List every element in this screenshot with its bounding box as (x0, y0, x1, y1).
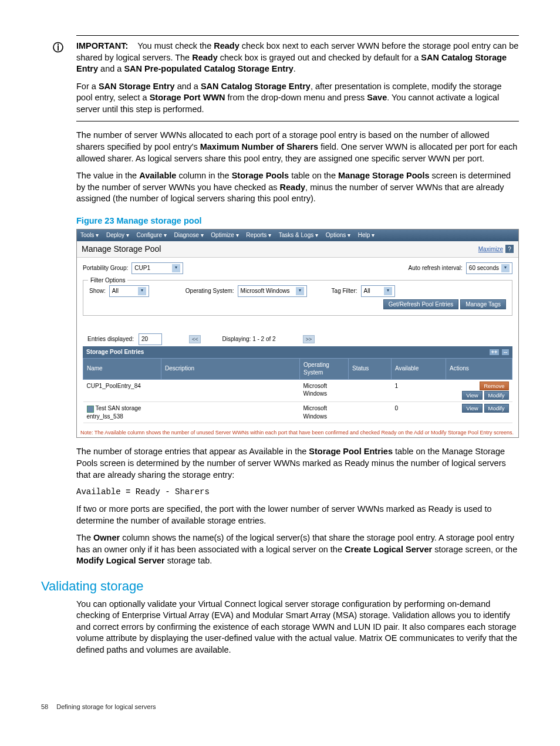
os-label: Operating System: (185, 287, 234, 295)
view-button[interactable]: View (462, 404, 482, 413)
page-title-row: Manage Storage Pool Maximize ? (77, 241, 518, 258)
body-para-7: The Owner column shows the name(s) of th… (76, 532, 519, 567)
storage-pool-entries-header: Storage Pool Entries ++ -- (83, 346, 512, 358)
os-select[interactable]: Microsoft Windows ▾ (238, 285, 307, 297)
modify-button[interactable]: Modify (484, 404, 509, 413)
get-refresh-button[interactable]: Get/Refresh Pool Entries (383, 299, 459, 309)
body-para-6: If two or more ports are specified, the … (76, 504, 519, 526)
remove-button[interactable]: Remove (480, 382, 508, 390)
show-label: Show: (89, 287, 106, 295)
chevron-down-icon: ▾ (138, 287, 146, 295)
menubar: Tools ▾ Deploy ▾ Configure ▾ Diagnose ▾ … (77, 229, 518, 241)
displaying-label: Displaying: 1 - 2 of 2 (222, 335, 275, 343)
important-label: IMPORTANT: (76, 41, 128, 50)
col-description[interactable]: Description (161, 358, 300, 379)
chevron-down-icon: ▾ (384, 287, 392, 295)
entry-icon (87, 406, 94, 413)
manage-tags-button[interactable]: Manage Tags (460, 299, 506, 309)
col-name[interactable]: Name (83, 358, 161, 379)
col-available[interactable]: Available (392, 358, 446, 379)
help-icon[interactable]: ? (505, 245, 514, 253)
expand-all-icon[interactable]: ++ (490, 349, 500, 355)
portability-group-select[interactable]: CUP1 ▾ (131, 262, 183, 274)
formula: Available = Ready - Sharers (76, 487, 519, 498)
page-prev-button[interactable]: << (189, 335, 201, 343)
section-para: You can optionally validate your Virtual… (76, 599, 519, 656)
menu-reports[interactable]: Reports ▾ (246, 232, 271, 238)
col-os[interactable]: Operating System (300, 358, 349, 379)
cell-status (349, 379, 392, 402)
view-button[interactable]: View (462, 391, 482, 400)
menu-deploy[interactable]: Deploy ▾ (106, 232, 129, 238)
maximize-link[interactable]: Maximize (478, 245, 503, 254)
menu-diagnose[interactable]: Diagnose ▾ (174, 232, 204, 238)
page-title: Manage Storage Pool (82, 244, 161, 255)
page-number: 58 (41, 703, 48, 711)
menu-options[interactable]: Options ▾ (326, 232, 350, 238)
body-para-5: The number of storage entries that appea… (76, 446, 519, 481)
screenshot-note: Note: The Available column shows the num… (77, 428, 518, 437)
modify-button[interactable]: Modify (484, 391, 509, 400)
cell-available: 1 (392, 379, 446, 402)
body-para-4: The value in the Available column in the… (76, 170, 519, 205)
col-status[interactable]: Status (349, 358, 392, 379)
chevron-down-icon: ▾ (172, 264, 180, 272)
portability-group-label: Portability Group: (83, 264, 128, 272)
menu-tasks-logs[interactable]: Tasks & Logs ▾ (279, 232, 318, 238)
important-callout: ⓘ IMPORTANT: You must check the Ready ch… (76, 35, 519, 121)
figure-caption: Figure 23 Manage storage pool (76, 215, 519, 227)
menu-help[interactable]: Help ▾ (358, 232, 375, 238)
cell-name: Test SAN storage entry_lss_538 (83, 402, 161, 423)
chevron-down-icon: ▾ (296, 287, 304, 295)
important-para-2: For a SAN Storage Entry and a SAN Catalo… (76, 81, 519, 116)
chevron-down-icon: ▾ (501, 264, 510, 272)
storage-pool-entries-table: Name Description Operating System Status… (83, 358, 512, 424)
page-next-button[interactable]: >> (303, 335, 315, 343)
show-select[interactable]: All ▾ (109, 285, 149, 297)
table-row: Test SAN storage entry_lss_538 Microsoft… (83, 402, 512, 423)
cell-name: CUP1_PoolEntry_84 (83, 379, 161, 402)
chapter-title: Defining storage for logical servers (56, 703, 156, 711)
cell-available: 0 (392, 402, 446, 423)
important-icon: ⓘ (53, 40, 63, 55)
section-heading: Validating storage (41, 578, 519, 595)
entries-displayed-input[interactable]: 20 (139, 333, 162, 345)
cell-desc (161, 402, 300, 423)
tag-filter-select[interactable]: All ▾ (361, 285, 395, 297)
tag-filter-label: Tag Filter: (332, 287, 357, 295)
entries-displayed-label: Entries displayed: (87, 335, 134, 343)
cell-desc (161, 379, 300, 402)
cell-os: Microsoft Windows (300, 379, 349, 402)
important-para-1: IMPORTANT: You must check the Ready chec… (76, 40, 519, 75)
page-footer: 58 Defining storage for logical servers (41, 703, 519, 711)
table-row: CUP1_PoolEntry_84 Microsoft Windows 1 Re… (83, 379, 512, 402)
auto-refresh-label: Auto refresh interval: (409, 264, 463, 272)
col-actions[interactable]: Actions (446, 358, 512, 379)
screenshot-manage-storage-pool: Tools ▾ Deploy ▾ Configure ▾ Diagnose ▾ … (76, 229, 519, 438)
filter-options-fieldset: Filter Options Show: All ▾ Operating Sys… (83, 280, 512, 316)
cell-os: Microsoft Windows (300, 402, 349, 423)
body-para-3: The number of server WWNs allocated to e… (76, 130, 519, 164)
menu-optimize[interactable]: Optimize ▾ (211, 232, 238, 238)
cell-status (349, 402, 392, 423)
filter-options-legend: Filter Options (88, 276, 127, 285)
menu-tools[interactable]: Tools ▾ (80, 232, 99, 238)
menu-configure[interactable]: Configure ▾ (137, 232, 167, 238)
collapse-all-icon[interactable]: -- (502, 349, 509, 355)
auto-refresh-select[interactable]: 60 seconds ▾ (466, 262, 512, 274)
